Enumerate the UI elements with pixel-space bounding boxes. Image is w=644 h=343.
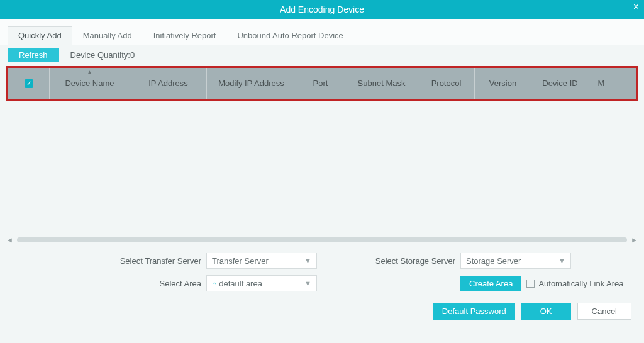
titlebar: Add Encoding Device × (0, 0, 644, 19)
bottom-panel: Select Transfer Server Transfer Server ▼… (0, 245, 644, 303)
table-header: ✓ ▲ Device Name IP Address Modify IP Add… (6, 66, 638, 101)
column-version[interactable]: Version (475, 68, 531, 99)
toolbar: Refresh Device Quantity:0 (0, 45, 644, 65)
refresh-button[interactable]: Refresh (8, 48, 59, 62)
chevron-down-icon: ▼ (558, 257, 565, 264)
column-device-name[interactable]: ▲ Device Name (50, 68, 130, 99)
column-ip-address[interactable]: IP Address (130, 68, 207, 99)
column-checkbox[interactable]: ✓ (8, 68, 50, 99)
column-more[interactable]: M (589, 68, 613, 99)
tab-manually-add[interactable]: Manually Add (72, 26, 143, 45)
chevron-down-icon: ▼ (304, 280, 311, 287)
select-area-label: Select Area (13, 279, 201, 288)
device-quantity: Device Quantity:0 (70, 50, 135, 60)
cancel-button[interactable]: Cancel (577, 303, 631, 320)
chevron-down-icon: ▼ (304, 257, 311, 264)
transfer-server-select[interactable]: Transfer Server ▼ (206, 253, 317, 269)
transfer-server-label: Select Transfer Server (13, 256, 201, 266)
column-device-id[interactable]: Device ID (531, 68, 589, 99)
storage-server-select[interactable]: Storage Server ▼ (460, 253, 571, 269)
column-subnet-mask[interactable]: Subnet Mask (345, 68, 418, 99)
scroll-left-icon[interactable]: ◄ (6, 236, 13, 244)
ok-button[interactable]: OK (521, 303, 571, 320)
horizontal-scrollbar[interactable]: ◄ ► (6, 235, 638, 245)
tab-unbound-auto-report[interactable]: Unbound Auto Report Device (226, 26, 353, 45)
checkbox-icon[interactable] (526, 280, 535, 288)
scroll-track[interactable] (17, 237, 627, 242)
column-port[interactable]: Port (296, 68, 345, 99)
window-title: Add Encoding Device (280, 4, 364, 14)
create-area-button[interactable]: Create Area (460, 276, 521, 291)
select-area-select[interactable]: ⌂default area ▼ (206, 275, 317, 291)
close-icon[interactable]: × (633, 1, 639, 13)
column-modify-ip[interactable]: Modify IP Address (207, 68, 296, 99)
table-body-empty: ◄ ► (6, 101, 638, 245)
storage-server-label: Select Storage Server (367, 256, 455, 266)
tab-strip: Quickly Add Manually Add Initiatively Re… (0, 19, 644, 45)
tab-quickly-add[interactable]: Quickly Add (8, 26, 72, 45)
footer-buttons: Default Password OK Cancel (0, 303, 644, 320)
sort-caret-icon: ▲ (87, 69, 92, 75)
auto-link-area-checkbox[interactable]: Automatically Link Area (526, 279, 623, 288)
default-password-button[interactable]: Default Password (433, 303, 515, 320)
checkbox-all-icon[interactable]: ✓ (25, 79, 33, 88)
house-icon: ⌂ (212, 280, 216, 288)
scroll-right-icon[interactable]: ► (631, 236, 638, 244)
tab-initiatively-report[interactable]: Initiatively Report (143, 26, 227, 45)
column-protocol[interactable]: Protocol (418, 68, 475, 99)
